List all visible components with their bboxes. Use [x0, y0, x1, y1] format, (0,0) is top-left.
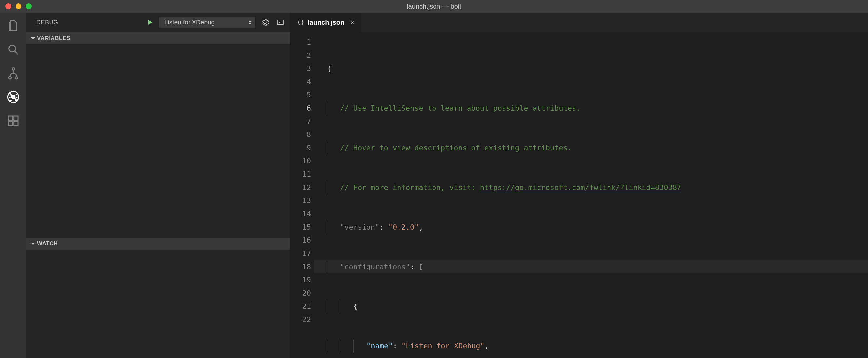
- close-window-button[interactable]: [5, 3, 11, 9]
- variables-panel-title: VARIABLES: [37, 35, 70, 41]
- debug-icon[interactable]: [6, 90, 21, 105]
- watch-panel: WATCH: [26, 238, 290, 358]
- extensions-icon[interactable]: [6, 114, 21, 128]
- window: launch.json — bolt DEBUG: [0, 0, 868, 358]
- json-icon: [297, 19, 304, 26]
- variables-panel: VARIABLES: [26, 32, 290, 238]
- tab-label: launch.json: [308, 19, 344, 26]
- explorer-icon[interactable]: [6, 19, 21, 33]
- main: DEBUG Listen for XDebug VARIA: [0, 12, 868, 358]
- tab-bar: launch.json ×: [290, 12, 868, 32]
- gear-icon[interactable]: [260, 17, 270, 28]
- chevron-updown-icon: [248, 21, 252, 24]
- svg-point-1: [12, 68, 14, 70]
- minimize-window-button[interactable]: [16, 3, 22, 9]
- svg-point-5: [11, 95, 15, 99]
- search-icon[interactable]: [6, 42, 21, 57]
- line-number-gutter: 1 2 3 4 5 6 7 8 9 10 11 12 13 14 15 16 1: [290, 36, 314, 358]
- editor-area: launch.json × 1 2 3 4 5 6 7 8 9 10 11: [290, 12, 868, 358]
- window-title: launch.json — bolt: [407, 3, 461, 10]
- debug-config-select[interactable]: Listen for XDebug: [159, 17, 255, 28]
- svg-rect-9: [14, 122, 18, 126]
- variables-panel-header[interactable]: VARIABLES: [26, 32, 290, 44]
- svg-rect-8: [8, 122, 12, 126]
- start-debugging-button[interactable]: [145, 18, 155, 27]
- watch-panel-title: WATCH: [37, 240, 58, 247]
- debug-console-icon[interactable]: [275, 17, 286, 28]
- watch-panel-body: [26, 250, 290, 358]
- svg-rect-10: [277, 20, 283, 25]
- code-content[interactable]: { // Use IntelliSense to learn about pos…: [314, 36, 868, 358]
- svg-point-0: [9, 45, 16, 52]
- watch-panel-header[interactable]: WATCH: [26, 238, 290, 250]
- variables-panel-body: [26, 44, 290, 238]
- close-icon[interactable]: ×: [350, 18, 354, 27]
- svg-point-2: [8, 77, 11, 79]
- tab-launch-json[interactable]: launch.json ×: [290, 12, 361, 32]
- svg-point-3: [15, 77, 18, 79]
- titlebar: launch.json — bolt: [0, 0, 868, 12]
- code-editor[interactable]: 1 2 3 4 5 6 7 8 9 10 11 12 13 14 15 16 1: [290, 32, 868, 358]
- maximize-window-button[interactable]: [26, 3, 32, 9]
- debug-header: DEBUG Listen for XDebug: [26, 12, 290, 32]
- svg-rect-7: [14, 116, 18, 120]
- chevron-down-icon: [31, 37, 35, 40]
- window-controls: [0, 3, 32, 9]
- debug-title: DEBUG: [36, 19, 58, 26]
- chevron-down-icon: [31, 243, 35, 245]
- activity-bar: [0, 12, 26, 358]
- debug-sidebar: DEBUG Listen for XDebug VARIA: [26, 12, 290, 358]
- svg-rect-6: [8, 116, 12, 120]
- scm-icon[interactable]: [6, 66, 21, 81]
- debug-config-selected: Listen for XDebug: [164, 19, 215, 26]
